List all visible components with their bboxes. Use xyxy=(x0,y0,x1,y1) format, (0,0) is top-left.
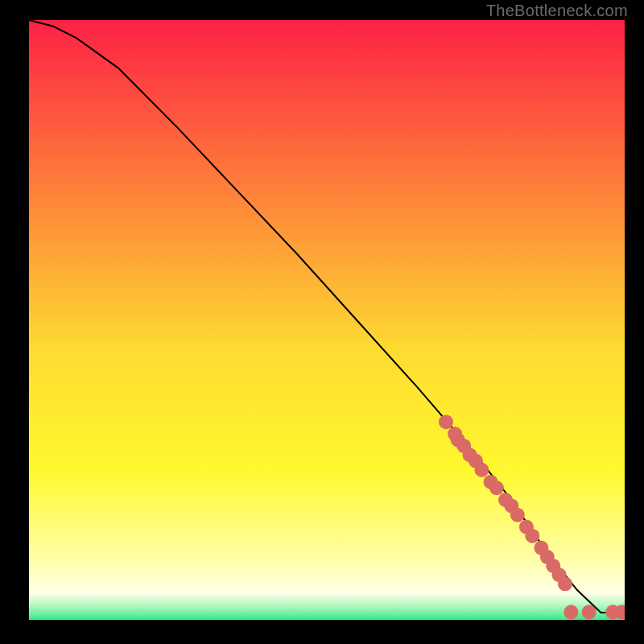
data-point xyxy=(564,605,578,619)
chart-svg xyxy=(29,20,625,620)
data-point xyxy=(510,508,525,522)
data-point xyxy=(582,605,597,619)
data-point xyxy=(525,529,539,543)
chart-stage: TheBottleneck.com xyxy=(0,0,644,644)
data-point xyxy=(558,576,572,591)
data-point xyxy=(474,463,489,477)
data-point xyxy=(489,481,504,495)
data-point xyxy=(439,415,453,429)
plot-area xyxy=(29,20,625,620)
watermark-label: TheBottleneck.com xyxy=(486,2,628,20)
